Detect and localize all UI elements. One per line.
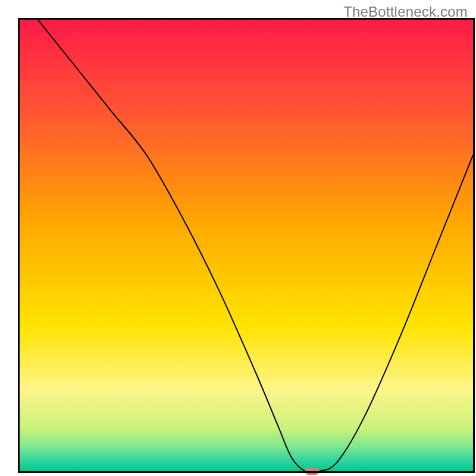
watermark-text: TheBottleneck.com — [343, 4, 468, 20]
chart-svg — [0, 0, 476, 476]
plot-background — [20, 20, 473, 471]
chart-container: TheBottleneck.com — [0, 0, 476, 476]
